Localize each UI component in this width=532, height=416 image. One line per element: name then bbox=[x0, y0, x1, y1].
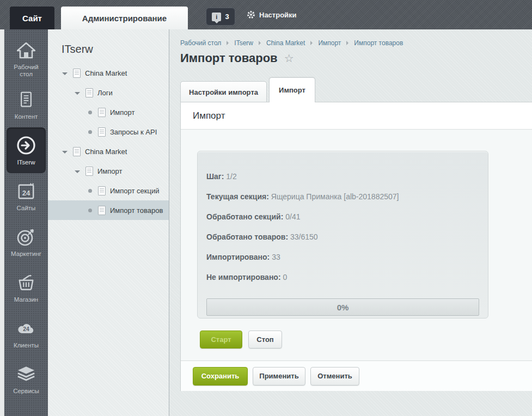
document-icon bbox=[98, 127, 106, 137]
tree-item-import-sections[interactable]: Импорт секций bbox=[48, 181, 169, 200]
stat-value: 33 bbox=[272, 253, 280, 261]
rail-label: Маркетинг bbox=[11, 250, 41, 258]
rail-item-desktop[interactable]: Рабочий стол bbox=[7, 36, 46, 82]
stat-products-processed: Обработано товаров: 33/6150 bbox=[206, 233, 479, 253]
tree-item-label: Импорт bbox=[97, 167, 122, 175]
stat-sections-processed: Обработано секций: 0/41 bbox=[206, 212, 479, 233]
site-tab[interactable]: Сайт bbox=[10, 7, 54, 29]
breadcrumb-link[interactable]: Рабочий стол bbox=[180, 39, 221, 47]
tree-item-logs[interactable]: Логи bbox=[48, 83, 169, 102]
sites-icon: 24 bbox=[17, 181, 35, 201]
breadcrumb-link[interactable]: Импорт товаров bbox=[354, 39, 403, 47]
save-button[interactable]: Сохранить bbox=[193, 367, 248, 386]
leaf-dot-icon bbox=[87, 209, 93, 212]
rail-item-sites[interactable]: 24 Сайты bbox=[7, 173, 46, 219]
stat-label: Не импортировано: bbox=[206, 273, 281, 282]
sidebar-tree-panel: ITserw China Market Логи Импорт Запросы … bbox=[48, 29, 169, 416]
shop-basket-icon bbox=[17, 272, 35, 293]
tree-item-label: China Market bbox=[85, 69, 127, 77]
breadcrumb-link[interactable]: ITserw bbox=[234, 39, 253, 47]
content-icon bbox=[18, 89, 34, 110]
chevron-down-icon[interactable] bbox=[62, 71, 68, 75]
sidebar-title: ITserw bbox=[62, 43, 169, 56]
progress-percent: 0% bbox=[207, 299, 479, 315]
notifications-button[interactable]: i 3 bbox=[206, 8, 235, 26]
rail-item-services[interactable]: Сервисы bbox=[7, 356, 46, 402]
panel-content: Шаг: 1/2 Текущая секция: Ящерица Приманк… bbox=[181, 130, 532, 360]
settings-label: Настройки bbox=[259, 11, 297, 19]
module-rail: Рабочий стол Контент ITserw 24 bbox=[4, 29, 48, 416]
rail-item-marketing[interactable]: Маркетинг bbox=[7, 219, 46, 265]
progress-bar: 0% bbox=[206, 298, 479, 316]
apply-button[interactable]: Применить bbox=[253, 367, 305, 386]
notifications-count: 3 bbox=[225, 13, 229, 21]
main-area: Рабочий стол ITserw China Market Импорт … bbox=[169, 29, 532, 416]
start-button[interactable]: Старт bbox=[200, 331, 242, 348]
rail-label: ITserw bbox=[17, 159, 35, 166]
home-icon bbox=[17, 40, 35, 60]
tree-item-china-market-2[interactable]: China Market bbox=[48, 142, 169, 161]
stat-label: Обработано секций: bbox=[206, 212, 283, 221]
breadcrumb-separator-icon bbox=[346, 41, 348, 45]
breadcrumb-link[interactable]: Импорт bbox=[318, 39, 341, 47]
stat-label: Текущая секция: bbox=[206, 192, 269, 201]
document-icon bbox=[73, 69, 81, 78]
rail-item-clients[interactable]: 24 Клиенты bbox=[7, 310, 46, 356]
cancel-button[interactable]: Отменить bbox=[310, 367, 359, 386]
panel-footer: Сохранить Применить Отменить bbox=[181, 360, 532, 391]
clients-icon: 24 bbox=[17, 318, 35, 339]
rail-item-shop[interactable]: Магазин bbox=[7, 265, 46, 310]
stat-imported: Импортировано: 33 bbox=[206, 253, 479, 273]
tree-item-label: Импорт bbox=[110, 108, 134, 117]
tree-item-label: China Market bbox=[85, 148, 127, 156]
tree-item-label: Запросы к API bbox=[110, 128, 157, 136]
top-bar: Сайт Администрирование i 3 Настройки bbox=[0, 0, 532, 29]
stat-value: Ящерица Приманка [alb-201882507] bbox=[271, 192, 399, 201]
stat-label: Обработано товаров: bbox=[206, 233, 288, 241]
tree-item-api-requests[interactable]: Запросы к API bbox=[48, 122, 169, 142]
chevron-down-icon[interactable] bbox=[74, 91, 81, 95]
rail-item-content[interactable]: Контент bbox=[7, 82, 46, 127]
rail-label: Сервисы bbox=[13, 388, 39, 395]
document-icon bbox=[98, 108, 106, 117]
arrow-circle-icon bbox=[16, 135, 36, 156]
document-icon bbox=[73, 147, 81, 156]
stat-value: 1/2 bbox=[226, 172, 236, 181]
chevron-down-icon[interactable] bbox=[62, 150, 68, 154]
leaf-dot-icon bbox=[87, 111, 93, 114]
document-icon bbox=[98, 206, 106, 215]
chevron-down-icon[interactable] bbox=[74, 169, 81, 173]
rail-label: Контент bbox=[15, 113, 38, 120]
tree-item-import[interactable]: Импорт bbox=[48, 161, 169, 181]
stat-value: 0 bbox=[283, 273, 287, 282]
rail-item-itserw[interactable]: ITserw bbox=[7, 127, 46, 173]
stat-not-imported: Не импортировано: 0 bbox=[206, 273, 479, 293]
stat-current-section: Текущая секция: Ящерица Приманка [alb-20… bbox=[206, 192, 479, 212]
tree-item-import-products[interactable]: Импорт товаров bbox=[48, 200, 169, 220]
tree-item-china-market-1[interactable]: China Market bbox=[48, 63, 169, 83]
window-edge bbox=[0, 29, 4, 416]
admin-tab[interactable]: Администрирование bbox=[61, 7, 188, 29]
document-icon bbox=[98, 186, 106, 195]
rail-label: Магазин bbox=[14, 296, 38, 303]
services-layers-icon bbox=[17, 364, 35, 384]
info-bubble-icon: i bbox=[212, 13, 221, 21]
tree-item-log-import[interactable]: Импорт bbox=[48, 102, 169, 122]
rail-label: Рабочий стол bbox=[7, 64, 46, 78]
stop-button[interactable]: Стоп bbox=[248, 331, 282, 348]
favorite-star-icon[interactable]: ☆ bbox=[284, 53, 294, 64]
page-title: Импорт товаров bbox=[180, 51, 278, 65]
gear-icon bbox=[247, 10, 255, 19]
tab-import-settings[interactable]: Настройки импорта bbox=[180, 81, 267, 102]
stat-label: Шаг: bbox=[206, 172, 224, 181]
leaf-dot-icon bbox=[87, 130, 93, 134]
breadcrumb-separator-icon bbox=[310, 41, 313, 45]
leaf-dot-icon bbox=[87, 189, 93, 193]
breadcrumb-link[interactable]: China Market bbox=[266, 39, 305, 47]
tab-import[interactable]: Импорт bbox=[269, 77, 315, 102]
breadcrumb-separator-icon bbox=[227, 41, 229, 45]
stat-step: Шаг: 1/2 bbox=[206, 172, 479, 192]
settings-button[interactable]: Настройки bbox=[247, 0, 297, 29]
svg-text:24: 24 bbox=[22, 188, 30, 197]
tree-item-label: Импорт товаров bbox=[110, 206, 163, 215]
